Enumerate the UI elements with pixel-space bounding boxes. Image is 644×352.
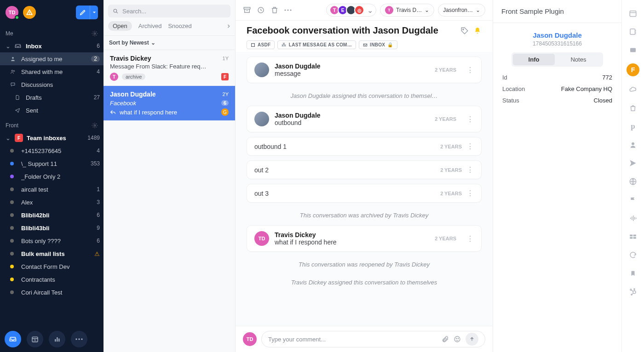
message-menu-icon[interactable]: ⋮ [466, 189, 474, 198]
svg-rect-35 [630, 218, 631, 219]
team-inbox-item[interactable]: Blibli43bli9 [0, 221, 104, 234]
grid-icon[interactable] [628, 232, 638, 242]
audio-icon[interactable] [628, 213, 638, 223]
nav-assigned-to-me[interactable]: Assigned to me 2 [0, 52, 104, 65]
send-button[interactable] [466, 333, 478, 346]
team-inbox-label: Bulk email lists [21, 250, 91, 257]
bottom-analytics-button[interactable] [49, 331, 65, 347]
card-icon[interactable] [628, 45, 638, 55]
bell-icon[interactable] [473, 27, 482, 35]
bookmark-icon[interactable] [628, 268, 638, 278]
message-menu-icon[interactable]: ⋮ [466, 165, 474, 174]
team-inbox-item[interactable]: Bulk email lists⚠ [0, 247, 104, 260]
hubspot-icon[interactable] [628, 287, 638, 297]
tag-icon[interactable] [460, 27, 469, 35]
team-inbox-item[interactable]: Blibli42bli6 [0, 209, 104, 221]
calendar-icon[interactable] [628, 8, 638, 18]
author-name: Jason Dugdale [275, 62, 321, 70]
chevron-down-icon: ⌄ [367, 6, 373, 15]
contacts-icon[interactable] [628, 27, 638, 37]
team-inbox-item[interactable]: Cori Aircall Test [0, 286, 104, 299]
nav-inbox[interactable]: ⌄ Inbox 6 [0, 40, 104, 52]
profile-icon[interactable] [628, 140, 638, 150]
tag-chip[interactable]: ASDF [247, 40, 275, 49]
bottom-inbox-button[interactable] [5, 331, 21, 347]
team-inbox-item[interactable]: aircall test1 [0, 183, 104, 196]
team-inbox-item[interactable]: +141523766454 [0, 144, 104, 157]
nav-sent[interactable]: Sent [0, 104, 104, 117]
chevron-down-icon: ⌄ [151, 40, 155, 46]
more-icon[interactable] [284, 9, 292, 11]
p-icon[interactable]: p [628, 121, 638, 131]
snooze-icon[interactable] [257, 6, 265, 14]
nav-team-inboxes[interactable]: ⌄ F Team inboxes 1489 [0, 131, 104, 144]
team-inbox-item[interactable]: \_ Support 11353 [0, 157, 104, 170]
svg-point-5 [13, 70, 15, 72]
message-menu-icon[interactable]: ⋮ [466, 115, 474, 124]
search-input[interactable]: Search... [108, 5, 230, 17]
send-icon[interactable] [628, 158, 638, 168]
bag-icon[interactable] [628, 103, 638, 113]
team-inbox-item[interactable]: Bots only ????6 [0, 234, 104, 247]
sort-dropdown[interactable]: Sort by Newest ⌄ [104, 35, 235, 50]
globe-icon[interactable] [628, 176, 638, 187]
conversation-item[interactable]: Travis Dickey1Y Message From Slack: Feat… [104, 50, 235, 86]
current-user-avatar[interactable]: TD [6, 6, 18, 19]
team-inbox-item[interactable]: Alex3 [0, 196, 104, 209]
trash-icon[interactable] [270, 6, 279, 14]
gear-icon[interactable] [92, 30, 98, 37]
message-card[interactable]: out 32 YEARS⋮ [247, 184, 482, 203]
nav-discussions[interactable]: Discussions [0, 78, 104, 91]
bottom-more-button[interactable] [71, 331, 87, 347]
nav-drafts[interactable]: Drafts 27 [0, 91, 104, 104]
message-card[interactable]: Jason Dugdaleoutbound2 YEARS⋮ [247, 106, 482, 132]
message-menu-icon[interactable]: ⋮ [466, 234, 474, 243]
tab-snoozed[interactable]: Snoozed [168, 23, 191, 29]
chevron-down-icon: ⌄ [425, 7, 429, 13]
gear-icon[interactable] [92, 122, 98, 129]
compose-dropdown[interactable] [90, 6, 98, 19]
field-key: Status [494, 95, 540, 106]
message-body: out 2 [254, 166, 440, 174]
comment-input[interactable]: Type your comment... [261, 331, 485, 347]
chevron-down-icon: ⌄ [5, 43, 11, 50]
svg-rect-41 [633, 235, 636, 237]
svg-point-26 [454, 336, 460, 342]
team-inbox-item[interactable]: _Folder Only 2 [0, 170, 104, 183]
cloud-icon[interactable] [628, 85, 638, 95]
bottom-calendar-button[interactable]: 31 [27, 331, 43, 347]
conversation-item-selected[interactable]: Jason Dugdale2Y Facebook6 what if I resp… [104, 86, 235, 121]
warning-icon[interactable] [23, 6, 36, 19]
attachment-icon[interactable] [442, 335, 449, 343]
field-value: Fake Company HQ [541, 84, 621, 94]
participants-dropdown[interactable]: T E ◎ ⌄ [326, 4, 376, 17]
tab-archived[interactable]: Archived [138, 23, 162, 29]
flag-icon[interactable] [628, 195, 638, 205]
message-card[interactable]: outbound 12 YEARS⋮ [247, 137, 482, 156]
contact-name-link[interactable]: Jason Dugdale [533, 31, 582, 39]
message-menu-icon[interactable]: ⋮ [466, 66, 474, 74]
team-inbox-item[interactable]: Contact Form Dev [0, 260, 104, 273]
chat-icon [10, 82, 17, 87]
tag-chip[interactable]: ⁂LAST MESSAGE AS COM… [277, 40, 356, 49]
team-inbox-item[interactable]: Contractants [0, 273, 104, 286]
archive-tag[interactable]: archive [122, 74, 145, 80]
tab-info[interactable]: Info [513, 54, 555, 65]
message-card[interactable]: out 22 YEARS⋮ [247, 160, 482, 179]
tab-open[interactable]: Open [108, 21, 132, 31]
nav-shared-with-me[interactable]: Shared with me 4 [0, 65, 104, 78]
archive-icon[interactable] [243, 6, 251, 14]
tab-notes[interactable]: Notes [555, 54, 602, 65]
link-dropdown[interactable]: Jasonfron… ⌄ [438, 4, 485, 17]
compose-button[interactable] [76, 6, 98, 19]
message-card[interactable]: Jason Dugdalemessage2 YEARS⋮ [247, 57, 482, 83]
refresh-icon[interactable] [628, 250, 638, 260]
message-menu-icon[interactable]: ⋮ [466, 142, 474, 151]
assignee-dropdown[interactable]: T Travis D… ⌄ [380, 4, 434, 17]
plugin-badge-icon[interactable]: F [627, 63, 639, 76]
team-inbox-label: Alex [21, 199, 93, 206]
emoji-icon[interactable] [454, 335, 461, 343]
tag-chip[interactable]: INBOX🔒 [359, 40, 397, 49]
message-card[interactable]: TDTravis Dickeywhat if I respond here2 Y… [247, 225, 482, 252]
tabs-more-icon[interactable] [227, 24, 230, 28]
